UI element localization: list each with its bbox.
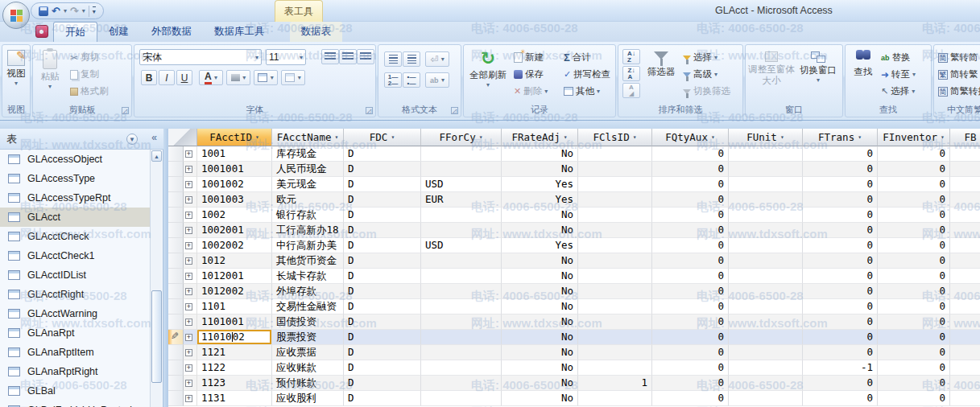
- cell-FRateAdj[interactable]: No: [502, 391, 578, 406]
- cell-FAcctID[interactable]: 1101: [197, 299, 272, 314]
- cell-FQtyAux[interactable]: 0: [652, 299, 729, 314]
- cell-FForCy[interactable]: [421, 314, 502, 330]
- cell-FB[interactable]: [950, 360, 980, 376]
- numbered-list-button[interactable]: 1—2—: [384, 72, 402, 88]
- cell-FDC[interactable]: D: [344, 345, 421, 360]
- expand-cell[interactable]: +: [184, 299, 197, 314]
- sidebar-item-GLAcctWarning[interactable]: GLAcctWarning: [0, 304, 151, 323]
- cell-FInventor[interactable]: 0: [878, 284, 950, 299]
- cell-FUnit[interactable]: [729, 299, 803, 314]
- cell-FClsID[interactable]: [578, 146, 652, 162]
- bold-button[interactable]: B: [141, 70, 157, 85]
- cell-FClsID[interactable]: [578, 330, 652, 345]
- expand-cell[interactable]: +: [184, 146, 197, 162]
- expand-cell[interactable]: +: [184, 177, 197, 192]
- table-row[interactable]: +1131应收股利DNo000: [168, 391, 980, 406]
- font-name-dropdown-icon[interactable]: ▾: [255, 54, 258, 61]
- sidebar-item-GLAcct[interactable]: GLAcct: [0, 208, 151, 227]
- table-row[interactable]: +1001库存现金DNo000: [168, 146, 980, 162]
- cell-FDC[interactable]: D: [344, 238, 421, 253]
- expand-cell[interactable]: +: [184, 314, 197, 330]
- cell-FB[interactable]: [950, 192, 980, 208]
- cell-FB[interactable]: [950, 299, 980, 314]
- expand-plus-icon[interactable]: +: [185, 380, 192, 387]
- table-row[interactable]: +1002银行存款DNo000: [168, 208, 980, 223]
- column-dropdown-icon[interactable]: ▾: [780, 134, 784, 141]
- cell-FUnit[interactable]: [729, 360, 803, 376]
- cell-FRateAdj[interactable]: Yes: [502, 238, 578, 253]
- cell-FTrans[interactable]: 0: [803, 253, 878, 269]
- cell-FDC[interactable]: D: [344, 177, 421, 192]
- table-row[interactable]: +1001003欧元DEURYes000: [168, 192, 980, 208]
- cell-FTrans[interactable]: 0: [803, 238, 878, 253]
- sidebar-item-GLAnaRptItem[interactable]: GLAnaRptItem: [0, 343, 151, 362]
- cell-FTrans[interactable]: 0: [803, 208, 878, 223]
- convert-button[interactable]: 简简繁转换: [938, 84, 980, 99]
- sidebar-scrollbar[interactable]: ▲: [150, 150, 162, 407]
- cell-FInventor[interactable]: 0: [878, 192, 950, 208]
- cell-FUnit[interactable]: [729, 269, 803, 284]
- cell-FAcctID[interactable]: 1121: [197, 345, 272, 360]
- cell-FForCy[interactable]: [421, 330, 502, 345]
- selection-filter-button[interactable]: 选择 ▾: [683, 50, 717, 65]
- save-icon[interactable]: [39, 6, 48, 16]
- select-all-corner[interactable]: [168, 129, 197, 146]
- cell-FRateAdj[interactable]: No: [502, 146, 578, 162]
- expand-cell[interactable]: +: [184, 238, 197, 253]
- cell-FRateAdj[interactable]: No: [502, 269, 578, 284]
- sidebar-item-GLAnaRpt[interactable]: GLAnaRpt: [0, 323, 151, 343]
- cell-FClsID[interactable]: [578, 360, 652, 376]
- cell-FRateAdj[interactable]: No: [502, 162, 578, 177]
- row-selector[interactable]: [168, 192, 184, 208]
- cell-FUnit[interactable]: [729, 146, 803, 162]
- column-dropdown-icon[interactable]: ▾: [479, 134, 483, 141]
- expand-plus-icon[interactable]: +: [185, 181, 192, 188]
- cell-FForCy[interactable]: [421, 360, 502, 376]
- expand-plus-icon[interactable]: +: [185, 364, 192, 372]
- cell-FB[interactable]: [950, 208, 980, 223]
- cell-FTrans[interactable]: 0: [803, 284, 878, 299]
- table-row[interactable]: +1123预付账款DNo1000: [168, 376, 980, 391]
- cell-FAcctName[interactable]: 应收账款: [272, 360, 344, 376]
- simplified-to-traditional-button[interactable]: 繁简转繁: [938, 67, 978, 82]
- cell-FAcctID[interactable]: 1001: [197, 146, 272, 162]
- cell-FDC[interactable]: D: [344, 391, 421, 406]
- cell-FB[interactable]: [950, 253, 980, 269]
- cell-FTrans[interactable]: 0: [803, 314, 878, 330]
- cell-FAcctName[interactable]: 人民币现金: [272, 162, 344, 177]
- expand-cell[interactable]: +: [184, 162, 197, 177]
- cell-FQtyAux[interactable]: 0: [652, 177, 729, 192]
- cell-FClsID[interactable]: [578, 162, 652, 177]
- cell-FQtyAux[interactable]: 0: [652, 162, 729, 177]
- expand-plus-icon[interactable]: +: [185, 212, 192, 219]
- advanced-filter-button[interactable]: 高级 ▾: [683, 67, 717, 82]
- cell-FB[interactable]: [950, 330, 980, 345]
- cell-FUnit[interactable]: [729, 391, 803, 406]
- select-button[interactable]: ↖选择 ▾: [881, 84, 915, 99]
- cell-FQtyAux[interactable]: 0: [652, 146, 729, 162]
- sidebar-item-GLAcctIDList[interactable]: GLAcctIDList: [0, 265, 151, 285]
- cell-FQtyAux[interactable]: 0: [652, 330, 729, 345]
- cell-FAcctID[interactable]: 1001002: [197, 177, 272, 192]
- expand-cell[interactable]: +: [184, 391, 197, 406]
- cell-FTrans[interactable]: 0: [803, 330, 878, 345]
- switch-windows-button[interactable]: 切换窗口▾: [796, 50, 840, 84]
- cell-FForCy[interactable]: [421, 162, 502, 177]
- format-painter-button[interactable]: 格式刷: [70, 84, 109, 99]
- cell-FDC[interactable]: D: [344, 269, 421, 284]
- cell-FB[interactable]: [950, 345, 980, 360]
- cell-FForCy[interactable]: [421, 345, 502, 360]
- cell-FClsID[interactable]: [578, 345, 652, 360]
- cell-FAcctID[interactable]: 1001001: [197, 162, 272, 177]
- undo-dropdown-icon[interactable]: ▾: [64, 7, 67, 14]
- column-header-FTrans[interactable]: FTrans▾: [803, 129, 878, 146]
- cell-FUnit[interactable]: [729, 284, 803, 299]
- cell-FAcctName[interactable]: 美元现金: [272, 177, 344, 192]
- cell-FQtyAux[interactable]: 0: [652, 208, 729, 223]
- cell-FInventor[interactable]: 0: [878, 253, 950, 269]
- find-button[interactable]: 查找: [848, 48, 879, 78]
- cell-FRateAdj[interactable]: No: [502, 345, 578, 360]
- table-row[interactable]: +1101交易性金融资DNo000: [168, 299, 980, 314]
- sidebar-item-GLBal[interactable]: GLBal: [0, 381, 151, 401]
- cell-FUnit[interactable]: [729, 253, 803, 269]
